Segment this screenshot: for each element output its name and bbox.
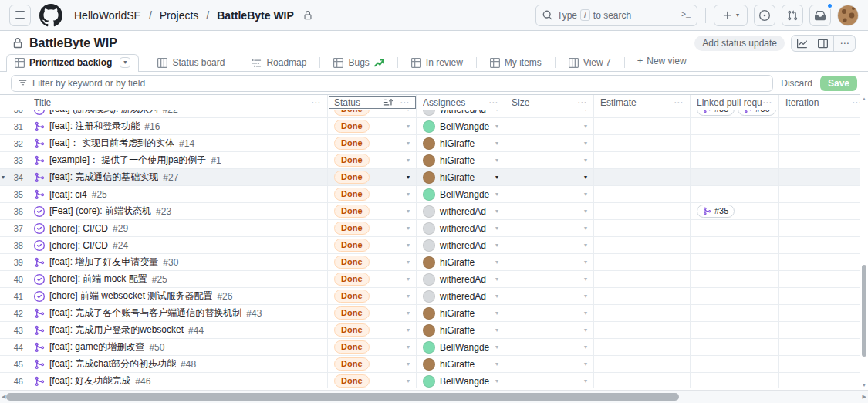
estimate-cell[interactable] <box>594 220 691 236</box>
issue-title-cell[interactable]: [feat]: game的增删改查#50 <box>28 339 328 355</box>
size-cell[interactable]: ▾ <box>505 186 594 202</box>
status-dropdown-caret[interactable]: ▾ <box>407 174 410 181</box>
size-dropdown-caret[interactable]: ▾ <box>584 174 587 181</box>
status-cell[interactable]: Done▾ <box>328 373 417 388</box>
iteration-cell[interactable] <box>779 339 868 355</box>
assignees-cell[interactable]: hiGiraffe▾ <box>417 254 505 270</box>
global-menu-button[interactable] <box>9 5 31 26</box>
view-tab-my-items[interactable]: My items <box>481 54 550 71</box>
size-cell[interactable]: ▾ <box>505 220 594 236</box>
issue-title[interactable]: [feat]: 好友功能完成 <box>49 374 130 388</box>
status-cell[interactable]: Done▾ <box>328 110 417 117</box>
linked-pull-requests-cell[interactable] <box>691 305 779 321</box>
table-row[interactable]: 45[feat]: 完成chat部分的初步功能#48Done▾hiGiraffe… <box>0 356 868 373</box>
iteration-cell[interactable] <box>779 254 868 270</box>
assignee-name[interactable]: BellWangde <box>440 342 489 353</box>
view-tab-bugs[interactable]: Bugs <box>325 54 392 71</box>
status-badge[interactable]: Done <box>334 120 370 133</box>
size-dropdown-caret[interactable]: ▾ <box>584 191 587 198</box>
linked-pull-requests-cell[interactable] <box>691 135 779 151</box>
status-cell[interactable]: Done▾ <box>328 152 417 168</box>
column-menu-button[interactable]: ⋯ <box>674 97 684 108</box>
assignees-cell[interactable]: witheredAd▾ <box>417 271 505 287</box>
view-tab-roadmap[interactable]: Roadmap <box>243 54 315 71</box>
assignees-cell[interactable]: BellWangde▾ <box>417 373 505 388</box>
row-number[interactable]: 43 <box>0 322 28 338</box>
linked-pull-requests-cell[interactable] <box>691 356 779 372</box>
status-dropdown-caret[interactable]: ▾ <box>407 361 410 367</box>
linked-pull-requests-cell[interactable] <box>691 322 779 338</box>
issue-title[interactable]: [feat]: 完成用户登录的websocket <box>49 323 184 337</box>
issues-button[interactable] <box>754 5 775 26</box>
assignees-cell[interactable]: hiGiraffe▾ <box>417 152 505 168</box>
table-row[interactable]: 41[chore] 前端 websocket 测试服务器配置#26Done▾wi… <box>0 288 868 305</box>
issue-title-cell[interactable]: [feat]: 增加了好友申请变量#30 <box>28 254 328 270</box>
assignees-dropdown-caret[interactable]: ▾ <box>495 191 498 198</box>
row-number[interactable]: 31 <box>0 118 28 134</box>
assignee-name[interactable]: witheredAd <box>440 291 486 302</box>
assignees-cell[interactable]: witheredAd▾ <box>417 237 505 253</box>
assignees-cell[interactable]: witheredAd▾ <box>417 220 505 236</box>
table-row[interactable]: 32[feat]： 实现目前考虑到的实体#14Done▾hiGiraffe▾▾ <box>0 135 868 152</box>
status-cell[interactable]: Done▾ <box>328 305 417 321</box>
status-dropdown-caret[interactable]: ▾ <box>407 208 410 215</box>
status-cell[interactable]: Done▾ <box>328 118 417 134</box>
status-cell[interactable]: Done▾ <box>328 237 417 253</box>
estimate-cell[interactable] <box>594 373 691 388</box>
estimate-cell[interactable] <box>594 339 691 355</box>
assignee-name[interactable]: witheredAd <box>440 110 486 115</box>
column-header-estimate[interactable]: Estimate⋯ <box>594 95 691 110</box>
assignees-dropdown-caret[interactable]: ▾ <box>495 327 498 334</box>
status-cell[interactable]: Done▾ <box>328 339 417 355</box>
size-dropdown-caret[interactable]: ▾ <box>584 208 587 215</box>
issue-title[interactable]: [feat]: game的增删改查 <box>49 340 144 354</box>
status-cell[interactable]: Done▾ <box>328 322 417 338</box>
view-tab-in-review[interactable]: In review <box>403 54 471 71</box>
size-dropdown-caret[interactable]: ▾ <box>584 157 587 164</box>
assignees-cell[interactable]: BellWangde▾ <box>417 118 505 134</box>
issue-title-cell[interactable]: [chore] 前端 websocket 测试服务器配置#26 <box>28 288 328 304</box>
column-menu-button[interactable]: ⋯ <box>311 97 321 108</box>
assignees-cell[interactable]: hiGiraffe▾ <box>417 305 505 321</box>
linked-pr-pill[interactable]: #36 <box>738 110 775 116</box>
assignees-dropdown-caret[interactable]: ▾ <box>495 123 498 130</box>
table-row[interactable]: 30[feat] (游戏模式): 游戏系列#22Done▾witheredAd▾… <box>0 110 868 118</box>
size-cell[interactable]: ▾ <box>505 254 594 270</box>
issue-title[interactable]: [chore]: CI/CD <box>49 223 108 234</box>
size-cell[interactable]: ▾ <box>505 288 594 304</box>
scroll-down-arrow[interactable]: ▼ <box>860 382 868 388</box>
size-dropdown-caret[interactable]: ▾ <box>584 259 587 266</box>
issue-title[interactable]: [feat]: ci4 <box>49 189 87 200</box>
issue-title[interactable]: [chore]: 前端 mock 配置 <box>49 273 147 286</box>
column-header-size[interactable]: Size⋯ <box>505 95 594 110</box>
issue-title[interactable]: [feat]: 增加了好友申请变量 <box>49 256 158 269</box>
linked-pull-requests-cell[interactable]: #35#36 <box>691 110 779 117</box>
assignees-cell[interactable]: hiGiraffe▾ <box>417 135 505 151</box>
size-dropdown-caret[interactable]: ▾ <box>584 293 587 300</box>
table-row[interactable]: 39[feat]: 增加了好友申请变量#30Done▾hiGiraffe▾▾ <box>0 254 868 271</box>
assignees-dropdown-caret[interactable]: ▾ <box>495 140 498 147</box>
linked-pull-requests-cell[interactable] <box>691 237 779 253</box>
status-badge[interactable]: Done <box>334 137 370 150</box>
size-dropdown-caret[interactable]: ▾ <box>584 123 587 130</box>
iteration-cell[interactable] <box>779 271 868 287</box>
view-tab-menu-caret[interactable]: ▾ <box>120 57 130 68</box>
assignees-dropdown-caret[interactable]: ▾ <box>495 259 498 266</box>
linked-pull-requests-cell[interactable]: #35 <box>691 203 779 219</box>
size-cell[interactable]: ▾ <box>505 305 594 321</box>
size-cell[interactable]: ▾ <box>505 135 594 151</box>
assignees-cell[interactable]: hiGiraffe▾ <box>417 356 505 372</box>
scroll-right-arrow[interactable]: ▶ <box>863 394 866 400</box>
row-expand-caret[interactable]: ▾ <box>2 174 5 181</box>
vertical-scroll-thumb[interactable] <box>862 265 866 357</box>
issue-title-cell[interactable]: [Feat] (core): 前端状态机#23 <box>28 203 328 219</box>
estimate-cell[interactable] <box>594 203 691 219</box>
breadcrumb-item[interactable]: BattleByte WIP <box>214 8 297 23</box>
status-badge[interactable]: Done <box>334 357 370 371</box>
status-badge[interactable]: Done <box>334 290 370 303</box>
table-row[interactable]: ▾34[feat]: 完成通信的基础实现#27Done▾hiGiraffe▾▾ <box>0 169 868 186</box>
assignee-name[interactable]: hiGiraffe <box>440 325 475 336</box>
status-dropdown-caret[interactable]: ▾ <box>407 123 410 130</box>
view-tab-prioritized-backlog[interactable]: Prioritized backlog▾ <box>6 54 139 72</box>
assignees-dropdown-caret[interactable]: ▾ <box>495 208 498 215</box>
